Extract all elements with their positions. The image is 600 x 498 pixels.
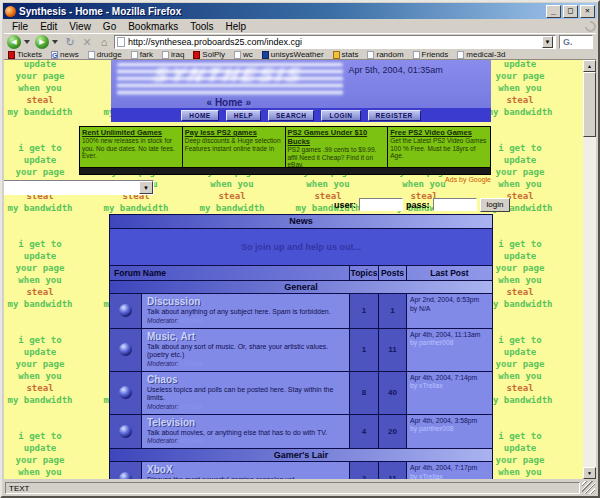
banner-logo: SYNTHESIS « Home » — [111, 60, 347, 108]
background-line: your page — [4, 262, 88, 274]
back-dropdown-icon[interactable] — [24, 40, 30, 44]
forum-nav-login-button[interactable]: LOGIN — [321, 110, 360, 121]
forum-name-link[interactable]: Chaos — [147, 374, 344, 386]
ad-box-3[interactable]: PS2 Games Under $10 BucksPS2 games .99 c… — [286, 127, 388, 167]
moderator-link[interactable]: xTrellax — [180, 403, 202, 410]
search-box[interactable]: G. — [559, 35, 593, 49]
category-bar: General — [110, 281, 492, 294]
bookmark-medical-3d[interactable]: medical-3d — [457, 50, 505, 59]
status-bar: TEXT — [3, 480, 597, 495]
home-icon[interactable]: ⌂ — [97, 35, 111, 49]
background-line: when you — [4, 82, 88, 94]
ad-title[interactable]: Pay less PS2 games — [185, 128, 283, 137]
forum-name-link[interactable]: Television — [147, 417, 344, 429]
scroll-up-button[interactable]: ▲ — [583, 60, 596, 72]
url-dropdown-button[interactable]: ▼ — [542, 36, 553, 48]
forum-sphere-icon — [119, 425, 132, 438]
ad-title[interactable]: PS2 Games Under $10 Bucks — [288, 128, 386, 146]
forum-info-cell: Music, ArtTalk about any sort of music. … — [142, 329, 350, 371]
lastpost-by-link[interactable]: by panther008 — [410, 425, 489, 434]
forum-nav-help-button[interactable]: HELP — [226, 110, 261, 121]
browser-window: Synthesis - Home - Mozilla Firefox _ □ ✕… — [0, 0, 600, 498]
menu-bookmarks[interactable]: Bookmarks — [122, 21, 184, 32]
forum-nav-register-button[interactable]: REGISTER — [368, 110, 421, 121]
reload-icon[interactable]: ↻ — [63, 35, 77, 49]
forum-name-link[interactable]: XboX — [147, 464, 344, 476]
url-text[interactable]: http://synthesea.proboards25.com/index.c… — [128, 37, 539, 47]
background-line: update — [4, 346, 88, 358]
moderator-link[interactable]: xTrellax — [180, 437, 202, 444]
forum-header-row: Forum Name Topics Posts Last Post — [110, 266, 492, 281]
background-line: my bandwidth — [184, 202, 280, 214]
menu-tools[interactable]: Tools — [184, 21, 219, 32]
posts-cell: 1 — [379, 294, 407, 328]
ad-body: Get the Latest PS2 Video Games 100 % Fre… — [390, 137, 488, 160]
moderator-link[interactable]: xTrellax — [180, 317, 202, 324]
menu-bar: FileEditViewGoBookmarksToolsHelp — [4, 20, 596, 33]
forum-nav-search-button[interactable]: SEARCH — [268, 110, 314, 121]
window-title-bar[interactable]: Synthesis - Home - Mozilla Firefox _ □ ✕ — [3, 3, 597, 19]
scroll-down-button[interactable]: ▼ — [583, 467, 596, 479]
moderator-link[interactable]: xTrellax — [180, 360, 202, 367]
red-bookmark-icon — [193, 51, 200, 59]
menu-file[interactable]: File — [6, 21, 34, 32]
bookmark-unisysweather[interactable]: unisysWeather — [262, 50, 324, 59]
bookmark-label: medical-3d — [466, 50, 505, 59]
ad-title[interactable]: Free PS2 Video Games — [390, 128, 488, 137]
login-button[interactable]: login — [480, 198, 511, 212]
menu-edit[interactable]: Edit — [34, 21, 63, 32]
home-breadcrumb: « Home » — [111, 97, 347, 108]
forum-info-cell: XboXDiscuss the most powerful gaming con… — [142, 462, 350, 479]
bookmark-random[interactable]: random — [367, 50, 403, 59]
bookmark-solply[interactable]: SolPly — [193, 50, 225, 59]
menu-go[interactable]: Go — [97, 21, 122, 32]
background-line: i get to — [4, 142, 88, 154]
user-input[interactable] — [359, 198, 403, 211]
vertical-scrollbar[interactable]: ▲ ▼ — [583, 60, 596, 479]
menu-help[interactable]: Help — [220, 21, 253, 32]
posts-cell: 11 — [379, 462, 407, 479]
close-button[interactable]: ✕ — [580, 5, 595, 18]
bookmark-friends[interactable]: Friends — [413, 50, 449, 59]
ad-box-1[interactable]: Rent Unlimited Games100% new releases in… — [80, 127, 182, 167]
url-bar[interactable]: http://synthesea.proboards25.com/index.c… — [114, 35, 556, 49]
forward-dropdown-icon[interactable] — [52, 40, 58, 44]
forward-button[interactable]: ▶ — [35, 35, 49, 49]
scroll-thumb[interactable] — [583, 72, 596, 137]
page-bookmark-icon — [162, 51, 169, 59]
stop-icon[interactable]: ✕ — [80, 35, 94, 49]
pass-input[interactable] — [433, 198, 477, 211]
ad-box-4[interactable]: Free PS2 Video GamesGet the Latest PS2 V… — [388, 127, 490, 167]
moderator-label: Moderator: — [147, 403, 180, 410]
bookmark-tickets[interactable]: Tickets — [8, 50, 42, 59]
firefox-icon — [5, 6, 16, 17]
bookmark-fark[interactable]: fark — [131, 50, 153, 59]
ad-box-2[interactable]: Pay less PS2 gamesDeep discounts & Huge … — [183, 127, 285, 167]
lastpost-by-link[interactable]: by xTrellax — [410, 473, 489, 480]
forum-name-link[interactable]: Music, Art — [147, 331, 344, 343]
bookmark-wc[interactable]: wc — [234, 50, 253, 59]
ad-title[interactable]: Rent Unlimited Games — [82, 128, 180, 137]
background-line: steal — [4, 94, 88, 106]
bookmark-iraq[interactable]: iraq — [162, 50, 184, 59]
bookmark-stats[interactable]: stats — [333, 50, 359, 59]
background-line: your page — [4, 454, 88, 466]
forum-sphere-icon — [119, 472, 132, 479]
background-line: your page — [4, 358, 88, 370]
forum-table-body: GeneralDiscussionTalk about anything of … — [110, 281, 492, 479]
background-line: your page — [4, 166, 88, 178]
jump-select-arrow-icon[interactable]: ▼ — [139, 181, 153, 194]
resize-grip[interactable] — [582, 481, 595, 494]
back-button[interactable]: ◀ — [7, 35, 21, 49]
menu-view[interactable]: View — [63, 21, 97, 32]
forum-name-link[interactable]: Discussion — [147, 296, 344, 308]
minimize-button[interactable]: _ — [546, 5, 561, 18]
background-line: i get to — [4, 430, 88, 442]
forum-nav-home-button[interactable]: HOME — [181, 110, 219, 121]
lastpost-by-link[interactable]: by panther008 — [410, 339, 489, 348]
jump-select[interactable]: ▼ — [4, 180, 154, 195]
maximize-button[interactable]: □ — [563, 5, 578, 18]
bookmark-drudge[interactable]: drudge — [88, 50, 122, 59]
lastpost-by-link[interactable]: by xTrellax — [410, 382, 489, 391]
bookmark-news[interactable]: Gnews — [51, 50, 79, 59]
